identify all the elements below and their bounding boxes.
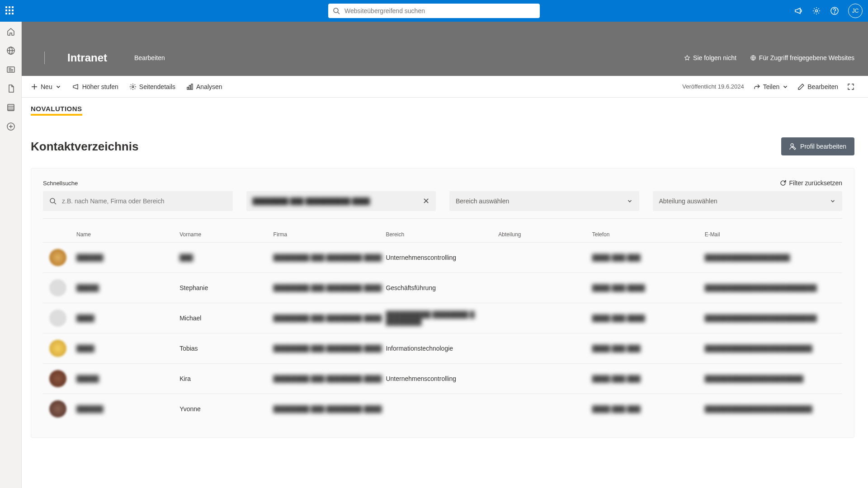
table-row[interactable]: █████████████████ ███ ████████ ████Unter… — [43, 242, 842, 272]
chevron-down-icon — [782, 84, 788, 90]
contact-avatar — [49, 400, 66, 418]
site-logo-divider — [44, 52, 45, 64]
promote-button[interactable]: Höher stufen — [72, 83, 118, 90]
page-content: NOVALUTIONS Kontaktverzeichnis Profil be… — [22, 98, 868, 488]
site-title[interactable]: Intranet — [67, 52, 107, 64]
cell-name: ██████ — [76, 254, 179, 261]
col-name[interactable]: Name — [76, 231, 179, 238]
contact-avatar — [49, 249, 66, 266]
cell-telefon: ████ ███ ███ — [592, 345, 705, 352]
pencil-icon — [797, 83, 805, 90]
reset-filter-label: Filter zurücksetzen — [789, 179, 842, 187]
cell-email: ████████████████████████ — [705, 345, 836, 352]
edit-button[interactable]: Bearbeiten — [797, 83, 838, 90]
globe-icon[interactable] — [6, 46, 15, 55]
table-row[interactable]: ████Michael████████ ███ ████████ ███████… — [43, 303, 842, 333]
analytics-label: Analysen — [196, 83, 222, 90]
chart-icon — [186, 83, 193, 90]
cell-email: ████████████████████████ — [705, 405, 836, 413]
abteilung-select[interactable]: Abteilung auswählen — [653, 191, 843, 211]
close-icon[interactable]: ✕ — [423, 196, 429, 206]
share-icon — [753, 83, 760, 90]
cell-telefon: ████ ███ ███ — [592, 254, 705, 261]
cell-bereich: Unternehmenscontrolling — [386, 254, 498, 261]
command-bar: Neu Höher stufen Seitendetails Analysen … — [22, 76, 868, 98]
chevron-down-icon — [55, 84, 61, 90]
suite-actions: JC — [794, 4, 863, 18]
search-icon — [49, 197, 57, 205]
global-search-input[interactable] — [344, 7, 535, 15]
cell-firma: ████████ ███ ████████ ████ — [274, 254, 386, 261]
global-search — [328, 4, 540, 18]
home-icon[interactable] — [6, 27, 15, 36]
table-row[interactable]: ██████Yvonne████████ ███ ████████ ██████… — [43, 394, 842, 424]
quicksearch-field[interactable] — [43, 191, 233, 211]
svg-point-15 — [791, 144, 793, 146]
cell-firma: ████████ ███ ████████ ████ — [274, 405, 386, 413]
firma-filter[interactable]: ████████ ███ ██████████ ████ ✕ — [246, 191, 436, 211]
create-icon[interactable] — [6, 122, 15, 131]
shared-sites-button[interactable]: Für Zugriff freigegebene Websites — [750, 54, 854, 61]
cell-vorname: Tobias — [179, 345, 273, 352]
cell-telefon: ████ ███ ████ — [592, 314, 705, 322]
cell-firma: ████████ ███ ████████ ████ — [274, 284, 386, 291]
svg-line-17 — [54, 202, 56, 204]
reset-filter-button[interactable]: Filter zurücksetzen — [779, 179, 842, 187]
user-avatar[interactable]: JC — [848, 4, 863, 18]
help-icon[interactable] — [830, 6, 839, 15]
table-row[interactable]: ████Tobias████████ ███ ████████ ████Info… — [43, 333, 842, 363]
col-email[interactable]: E-Mail — [705, 231, 836, 238]
col-abteilung[interactable]: Abteilung — [498, 231, 592, 238]
cell-bereich: ██████████ ████████ █ ████████ — [386, 311, 498, 325]
col-firma[interactable]: Firma — [274, 231, 386, 238]
abteilung-placeholder: Abteilung auswählen — [659, 197, 830, 205]
col-vorname[interactable]: Vorname — [179, 231, 273, 238]
firma-filter-value: ████████ ███ ██████████ ████ — [253, 197, 370, 205]
cell-name: ██████ — [76, 405, 179, 413]
news-icon[interactable] — [6, 65, 15, 74]
new-button[interactable]: Neu — [31, 83, 61, 90]
bereich-select[interactable]: Bereich auswählen — [449, 191, 639, 211]
globe-share-icon — [750, 55, 756, 61]
megaphone-icon[interactable] — [794, 6, 803, 15]
contact-avatar — [49, 310, 66, 327]
gear-icon — [129, 83, 137, 90]
files-icon[interactable] — [6, 84, 15, 93]
published-status: Veröffentlicht 19.6.2024 — [682, 83, 744, 90]
lists-icon[interactable] — [6, 103, 15, 112]
follow-button[interactable]: Sie folgen nicht — [684, 54, 736, 61]
expand-icon[interactable] — [847, 83, 854, 90]
svg-line-1 — [338, 12, 340, 14]
app-launcher-icon[interactable] — [5, 6, 14, 15]
cell-email: ██████████████████████ — [705, 375, 836, 382]
svg-rect-13 — [189, 85, 191, 89]
quicksearch-input[interactable] — [61, 197, 226, 205]
share-button[interactable]: Teilen — [753, 83, 789, 90]
divider — [43, 218, 842, 219]
cell-bereich: Informationstechnologie — [386, 345, 498, 352]
plus-icon — [31, 83, 38, 90]
settings-icon[interactable] — [812, 6, 821, 15]
col-telefon[interactable]: Telefon — [592, 231, 705, 238]
bereich-placeholder: Bereich auswählen — [456, 197, 627, 205]
table-row[interactable]: █████Kira████████ ███ ████████ ████Unter… — [43, 363, 842, 394]
cell-vorname: Stephanie — [179, 284, 273, 291]
col-bereich[interactable]: Bereich — [386, 231, 498, 238]
nav-edit-link[interactable]: Bearbeiten — [134, 54, 165, 61]
cell-vorname: Yvonne — [179, 405, 273, 413]
svg-point-16 — [50, 198, 55, 203]
analytics-button[interactable]: Analysen — [186, 83, 222, 90]
cell-email: ███████████████████ — [705, 254, 836, 261]
edit-profile-label: Profil bearbeiten — [800, 143, 846, 150]
cell-firma: ████████ ███ ████████ ████ — [274, 375, 386, 382]
chevron-down-icon — [627, 198, 633, 204]
follow-label: Sie folgen nicht — [693, 54, 736, 61]
cell-firma: ████████ ███ ████████ ████ — [274, 314, 386, 322]
cell-vorname: Michael — [179, 314, 273, 322]
share-label: Teilen — [763, 83, 780, 90]
table-row[interactable]: █████Stephanie████████ ███ ████████ ████… — [43, 272, 842, 303]
global-search-box[interactable] — [328, 4, 540, 18]
edit-profile-button[interactable]: Profil bearbeiten — [781, 137, 854, 155]
page-details-button[interactable]: Seitendetails — [129, 83, 175, 90]
new-label: Neu — [41, 83, 52, 90]
